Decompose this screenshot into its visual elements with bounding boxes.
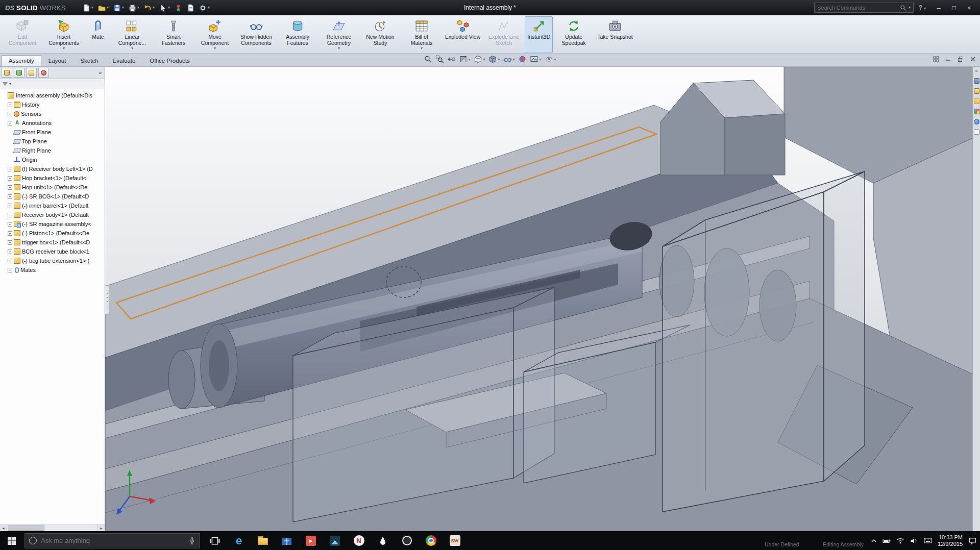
save-button[interactable]: ▾ — [112, 3, 126, 13]
show-hidden-components-button[interactable]: Show Hidden Components — [236, 16, 277, 53]
wifi-icon[interactable] — [896, 537, 904, 544]
expand-toggle[interactable]: + — [8, 185, 12, 190]
tree-item-component[interactable]: +Receiver body<1> (Default — [0, 210, 105, 219]
rebuild-button[interactable] — [173, 3, 184, 13]
take-snapshot-button[interactable]: Take Snapshot — [595, 16, 635, 53]
expand-toggle[interactable]: + — [8, 121, 12, 126]
insert-components-button[interactable]: Insert Components▾ — [43, 16, 84, 53]
help-button[interactable]: ? ▾ — [918, 4, 927, 11]
touch-keyboard-icon[interactable] — [924, 537, 932, 544]
instant3d-button[interactable]: Instant3D — [525, 16, 553, 53]
solidworks-logo[interactable]: DS SOLIDWORKS — [5, 4, 66, 12]
tile-windows-icon[interactable] — [933, 56, 939, 62]
edge-button[interactable]: e — [231, 533, 247, 548]
expand-toggle[interactable]: + — [8, 240, 12, 245]
tree-item-history[interactable]: +History — [0, 100, 105, 109]
undo-button[interactable]: ▾ — [142, 3, 156, 13]
photos-button[interactable] — [327, 533, 342, 548]
smart-fasteners-button[interactable]: Smart Fasteners — [153, 16, 194, 53]
tab-office-products[interactable]: Office Products — [142, 55, 197, 66]
search-scope-dropdown[interactable]: ▾ — [909, 6, 911, 10]
configuration-manager-tab[interactable] — [26, 68, 37, 78]
microphone-icon[interactable] — [188, 537, 195, 545]
expand-toggle[interactable]: + — [8, 249, 12, 254]
store-button[interactable] — [279, 533, 295, 548]
expand-toggle[interactable]: + — [8, 112, 12, 116]
view-orientation-button[interactable]: ▾ — [474, 55, 485, 63]
tree-item-sensors[interactable]: +Sensors — [0, 109, 105, 118]
expand-toggle[interactable]: + — [8, 176, 12, 181]
doc-minimize-icon[interactable] — [945, 56, 951, 62]
appearance-manager-tab[interactable] — [38, 68, 49, 78]
edit-appearance-button[interactable] — [519, 55, 527, 63]
expand-toggle[interactable]: + — [8, 259, 12, 263]
minimize-button[interactable]: – — [931, 2, 946, 13]
doc-restore-icon[interactable] — [958, 56, 964, 62]
hide-show-items-button[interactable]: ▾ — [504, 55, 515, 63]
expand-toggle[interactable]: + — [8, 167, 12, 171]
doc-close-icon[interactable] — [970, 56, 976, 62]
battery-icon[interactable] — [883, 537, 891, 544]
tree-item-right-plane[interactable]: Right Plane — [0, 146, 105, 155]
expand-toggle[interactable]: + — [8, 103, 12, 107]
select-button[interactable]: ▾ — [158, 3, 172, 13]
tree-item-root[interactable]: Internal assembly (Default<Dis — [0, 91, 105, 100]
resources-icon[interactable] — [974, 78, 979, 84]
tree-item-annotations[interactable]: +Annotations — [0, 118, 105, 128]
tree-item-component[interactable]: +Hop bracket<1> (Default< — [0, 173, 105, 183]
tree-item-top-plane[interactable]: Top Plane — [0, 137, 105, 146]
filter-dropdown[interactable]: ▾ — [9, 82, 11, 86]
scroll-right-arrow[interactable]: ► — [97, 525, 105, 531]
tree-item-component[interactable]: +(-) Piston<1> (Default<<De — [0, 229, 105, 238]
feature-manager-tab[interactable] — [2, 68, 12, 78]
view-palette-icon[interactable] — [974, 109, 979, 114]
update-speedpak-button[interactable]: Update Speedpak — [553, 16, 594, 53]
graphics-viewport[interactable] — [105, 67, 972, 531]
tree-item-component[interactable]: +(-) SR BCG<1> (Default<D — [0, 192, 105, 201]
expand-toggle[interactable]: + — [8, 194, 12, 199]
tab-assembly[interactable]: Assembly — [2, 55, 41, 66]
expand-toggle[interactable]: + — [8, 268, 12, 272]
hidden-icons-chevron[interactable] — [871, 538, 877, 544]
tree-item-mates[interactable]: +Mates — [0, 265, 105, 274]
command-search-input[interactable] — [817, 5, 898, 11]
scroll-left-arrow[interactable]: ◄ — [0, 525, 7, 531]
display-style-button[interactable]: ▾ — [488, 55, 500, 63]
print-button[interactable]: ▾ — [127, 3, 141, 13]
appearances-icon[interactable] — [974, 119, 979, 124]
previous-view-button[interactable] — [447, 55, 455, 63]
apply-scene-button[interactable]: ▾ — [530, 55, 542, 63]
expand-toggle[interactable]: + — [8, 204, 12, 208]
tab-evaluate[interactable]: Evaluate — [106, 55, 143, 66]
video-app-button[interactable]: ▶ — [303, 533, 318, 548]
tree-item-component[interactable]: +(f) Receiver body Left<1> (D — [0, 164, 105, 173]
assembly-features-button[interactable]: Assembly Features — [277, 16, 318, 53]
tab-sketch[interactable]: Sketch — [73, 55, 105, 66]
view-settings-button[interactable]: ▾ — [545, 55, 556, 63]
expand-toggle[interactable]: + — [8, 231, 12, 236]
new-motion-study-button[interactable]: New Motion Study — [360, 16, 401, 53]
reference-geometry-button[interactable]: Reference Geometry▾ — [318, 16, 359, 53]
expand-toggle[interactable]: + — [8, 213, 12, 217]
netflix-button[interactable]: N — [351, 533, 366, 548]
design-library-icon[interactable] — [974, 88, 979, 94]
options-button[interactable]: ▾ — [198, 3, 211, 13]
drop-app-button[interactable] — [375, 533, 390, 548]
linear-component-pattern-button[interactable]: Linear Compone...▾ — [112, 16, 153, 53]
solidworks-taskbar-button[interactable]: SW — [447, 533, 462, 548]
mate-button[interactable]: Mate — [85, 16, 111, 53]
section-view-button[interactable]: ▾ — [459, 55, 470, 63]
start-button[interactable] — [0, 531, 23, 550]
task-view-button[interactable] — [207, 533, 223, 548]
taskbar-clock[interactable]: 10:33 PM 12/9/2015 — [938, 534, 963, 547]
file-explorer-button[interactable] — [255, 533, 271, 548]
move-component-button[interactable]: Move Component▾ — [194, 16, 235, 53]
new-document-button[interactable]: ▾ — [81, 3, 95, 13]
open-button[interactable]: ▾ — [96, 3, 110, 13]
obs-button[interactable] — [399, 533, 414, 548]
tree-item-component[interactable]: +BCG receiver tube block<1 — [0, 247, 105, 256]
task-pane-collapse-chevron[interactable]: « — [975, 68, 977, 73]
action-center-icon[interactable] — [968, 537, 977, 545]
tab-layout[interactable]: Layout — [41, 55, 74, 66]
zoom-to-fit-button[interactable] — [424, 55, 432, 63]
